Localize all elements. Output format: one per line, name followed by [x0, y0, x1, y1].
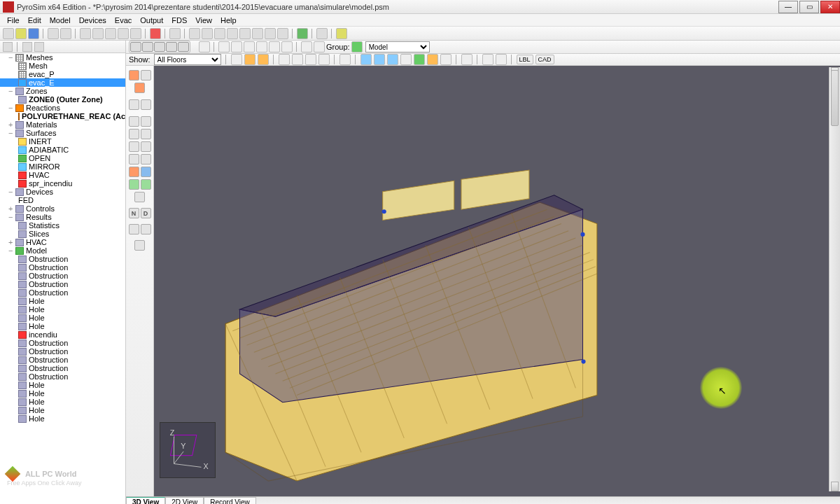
show-tool-icon[interactable]	[360, 54, 372, 65]
tree-item-selected[interactable]: evac_E	[0, 78, 125, 87]
pan-icon[interactable]	[239, 28, 251, 39]
tree-node-controls[interactable]: +Controls	[0, 204, 125, 213]
top-icon[interactable]	[178, 42, 189, 52]
tree-node-reactions[interactable]: −Reactions	[0, 104, 125, 112]
show-tool-icon[interactable]	[292, 54, 303, 65]
tool-icon[interactable]	[141, 129, 151, 139]
tool-icon[interactable]	[141, 179, 151, 190]
cad-toggle[interactable]: CAD	[536, 55, 554, 64]
paste-icon[interactable]	[60, 28, 71, 39]
tree-item[interactable]: OPEN	[0, 154, 125, 162]
grid-icon[interactable]	[301, 41, 312, 52]
undo-icon[interactable]	[80, 28, 91, 39]
tree-item[interactable]: Hole	[0, 305, 125, 314]
tool-icon[interactable]	[134, 240, 145, 251]
tree-item[interactable]: Obstruction	[0, 255, 125, 263]
tree-item[interactable]: Obstruction	[0, 280, 125, 288]
tool-icon[interactable]	[141, 116, 151, 127]
tool-icon[interactable]	[129, 116, 139, 127]
tree-node-model[interactable]: −Model	[0, 246, 125, 255]
tree-node-hvac[interactable]: +HVAC	[0, 238, 125, 246]
tool-icon[interactable]	[129, 141, 139, 152]
show-tool-icon[interactable]	[318, 54, 330, 65]
tab-2d-view[interactable]: 2D View	[165, 497, 204, 505]
tree-item[interactable]: Obstruction	[0, 272, 125, 280]
window-maximize-button[interactable]: ▭	[799, 1, 819, 13]
tree-item[interactable]: MIRROR	[0, 162, 125, 171]
tool-icon[interactable]	[141, 167, 151, 177]
tree-node-zones[interactable]: −Zones	[0, 87, 125, 95]
tree-item[interactable]: Obstruction	[0, 347, 125, 356]
scale-icon[interactable]	[244, 41, 255, 52]
tree-tool-icon[interactable]	[22, 42, 32, 52]
delete-icon[interactable]	[150, 28, 161, 39]
menu-model[interactable]: Model	[46, 15, 75, 26]
n-button[interactable]: N	[129, 208, 139, 218]
tree-item[interactable]: Mesh	[0, 62, 125, 70]
open-file-icon[interactable]	[15, 28, 27, 39]
tool-icon[interactable]	[134, 83, 145, 93]
dropdown-icon[interactable]	[316, 28, 328, 39]
scroll-down-icon[interactable]	[831, 482, 839, 491]
tree-item[interactable]: Slices	[0, 230, 125, 238]
show-tool-icon[interactable]	[427, 54, 438, 65]
tree-item[interactable]: Obstruction	[0, 364, 125, 372]
orbit-icon[interactable]	[227, 28, 238, 39]
front-icon[interactable]	[154, 42, 165, 52]
show-tool-icon[interactable]	[231, 54, 242, 65]
tool-icon[interactable]	[129, 99, 139, 110]
tree-item[interactable]: incendiu	[0, 330, 125, 339]
warning-icon[interactable]	[336, 28, 347, 39]
menu-view[interactable]: View	[191, 15, 216, 26]
tree-item[interactable]: Obstruction	[0, 356, 125, 364]
ortho-icon[interactable]	[142, 42, 153, 52]
tree-item[interactable]: Obstruction	[0, 372, 125, 381]
paste2-icon[interactable]	[130, 28, 141, 39]
copy-icon[interactable]	[48, 28, 59, 39]
tool-icon[interactable]	[129, 129, 139, 139]
tool-icon[interactable]	[129, 224, 139, 234]
window-icon[interactable]	[169, 28, 181, 39]
cut-icon[interactable]	[105, 28, 116, 39]
tree-item[interactable]: Hole	[0, 297, 125, 305]
menu-evac[interactable]: Evac	[111, 15, 136, 26]
new-file-icon[interactable]	[3, 28, 14, 39]
orbit-icon[interactable]	[281, 41, 293, 52]
tab-record-view[interactable]: Record View	[204, 497, 256, 505]
menu-devices[interactable]: Devices	[75, 15, 111, 26]
show-tool-icon[interactable]	[244, 54, 255, 65]
tool-icon[interactable]	[129, 70, 139, 80]
menu-output[interactable]: Output	[136, 15, 167, 26]
show-tool-icon[interactable]	[461, 54, 472, 65]
tree-item[interactable]: INERT	[0, 137, 125, 146]
tree-node-surfaces[interactable]: −Surfaces	[0, 129, 125, 137]
tool-icon[interactable]	[141, 70, 151, 80]
redo-icon[interactable]	[92, 28, 104, 39]
zoom-icon[interactable]	[214, 28, 225, 39]
tool-icon[interactable]	[129, 167, 139, 177]
group-combobox[interactable]: Model	[365, 41, 430, 52]
menu-help[interactable]: Help	[216, 15, 241, 26]
show-tool-icon[interactable]	[400, 54, 412, 65]
show-tool-icon[interactable]	[258, 54, 269, 65]
tree-item[interactable]: Hole	[0, 414, 125, 423]
save-file-icon[interactable]	[28, 28, 39, 39]
show-tool-icon[interactable]	[305, 54, 316, 65]
tree-item[interactable]: Hole	[0, 322, 125, 330]
tree-item[interactable]: HVAC	[0, 171, 125, 179]
tree-node-results[interactable]: −Results	[0, 213, 125, 221]
tool-icon[interactable]	[134, 192, 145, 202]
copy2-icon[interactable]	[118, 28, 129, 39]
tool-icon[interactable]	[141, 99, 151, 110]
tool-icon[interactable]	[265, 28, 276, 39]
show-tool-icon[interactable]	[387, 54, 398, 65]
d-button[interactable]: D	[141, 208, 151, 218]
tree-item[interactable]: Hole	[0, 314, 125, 322]
tree-item[interactable]: Statistics	[0, 221, 125, 230]
tree-item[interactable]: Hole	[0, 406, 125, 414]
zoom-fit-icon[interactable]	[189, 28, 200, 39]
pan-icon[interactable]	[269, 41, 280, 52]
tree-item[interactable]: POLYURETHANE_REAC (Active)	[0, 112, 125, 120]
tool-icon[interactable]	[141, 141, 151, 152]
tree-item[interactable]: spr_incendiu	[0, 179, 125, 188]
